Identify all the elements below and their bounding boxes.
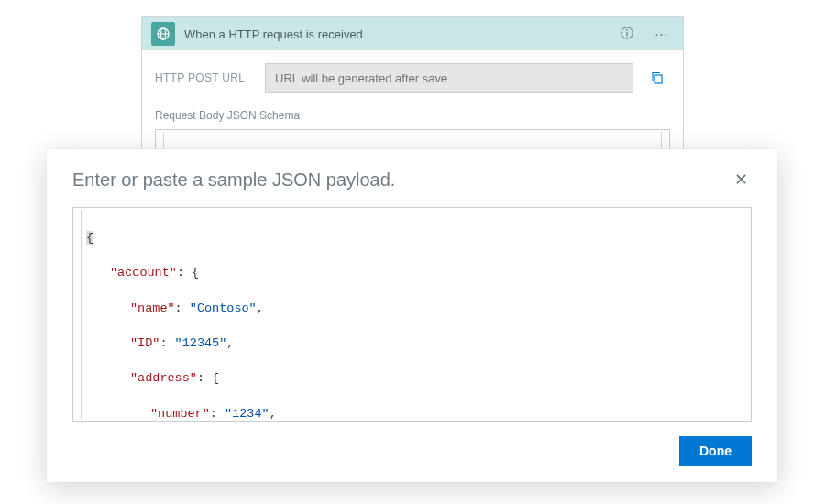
modal-header: Enter or paste a sample JSON payload. ✕	[72, 170, 752, 191]
url-row: HTTP POST URL	[155, 63, 670, 93]
trigger-title: When a HTTP request is received	[184, 27, 605, 41]
copy-button[interactable]	[644, 65, 670, 91]
svg-point-4	[626, 29, 628, 31]
done-button[interactable]: Done	[679, 436, 752, 466]
url-label: HTTP POST URL	[155, 71, 254, 84]
sample-payload-modal: Enter or paste a sample JSON payload. ✕ …	[47, 149, 777, 482]
svg-rect-6	[654, 75, 662, 83]
schema-label: Request Body JSON Schema	[155, 109, 670, 122]
trigger-header: When a HTTP request is received ⋯	[142, 17, 683, 50]
more-icon[interactable]: ⋯	[649, 24, 674, 44]
modal-title: Enter or paste a sample JSON payload.	[72, 170, 395, 191]
json-open-brace: {	[86, 231, 94, 245]
http-trigger-icon	[151, 22, 175, 46]
url-input[interactable]	[265, 63, 633, 93]
close-icon[interactable]: ✕	[731, 170, 752, 190]
modal-footer: Done	[72, 436, 752, 466]
svg-rect-5	[626, 32, 627, 37]
info-icon[interactable]	[614, 24, 640, 45]
json-editor[interactable]: { "account": { "name": "Contoso", "ID": …	[72, 207, 752, 422]
